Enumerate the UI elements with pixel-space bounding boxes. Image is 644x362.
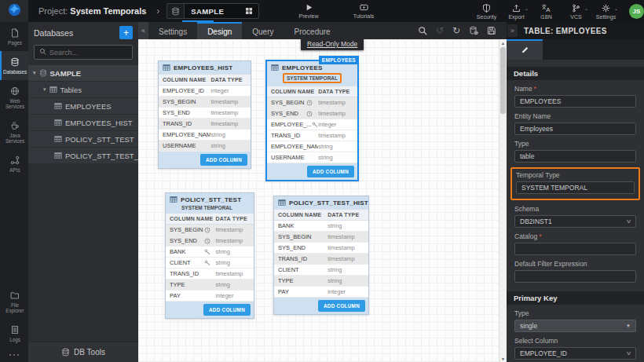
- canvas-table-card[interactable]: EMPLOYEES EMPLOYEES SYSTEM TEMPORAL COLU…: [265, 60, 359, 181]
- table-icon: [54, 135, 62, 143]
- db-tools-button[interactable]: DB Tools: [28, 342, 138, 362]
- save-icon[interactable]: [487, 26, 496, 35]
- search-box[interactable]: [34, 45, 133, 60]
- scrollbar-thumb[interactable]: [500, 47, 506, 114]
- table-column-row[interactable]: TYPE string: [274, 276, 368, 287]
- table-card-header[interactable]: POLICY_STT_TEST_HIST: [274, 196, 368, 209]
- designer-tab[interactable]: Procedure: [284, 22, 341, 39]
- canvas-table-card[interactable]: POLICY_STT_TEST_HIST COLUMN NAME DATA TY…: [273, 196, 369, 315]
- user-avatar[interactable]: JS: [629, 4, 644, 19]
- field-input[interactable]: Employees: [514, 122, 636, 135]
- field-input[interactable]: DB2INST1 ∨: [514, 215, 636, 228]
- search-icon[interactable]: [418, 26, 427, 35]
- design-canvas[interactable]: Read-Only Mode EMPLOYEES_HIST COLUMN NAM…: [138, 39, 499, 362]
- search-input[interactable]: [49, 49, 127, 57]
- table-column-row[interactable]: BANK string: [274, 221, 368, 232]
- field-input[interactable]: table: [514, 150, 636, 163]
- topbar-action-button[interactable]: Security: [474, 3, 499, 20]
- table-card-header[interactable]: EMPLOYEES_HIST: [159, 61, 251, 74]
- field-input[interactable]: [514, 243, 636, 255]
- rail-nav-item[interactable]: APIs: [0, 149, 28, 178]
- tree-database-sample[interactable]: ▾ SAMPLE: [28, 65, 138, 81]
- table-column-row[interactable]: CLIENT string: [166, 258, 254, 269]
- table-column-row[interactable]: TRANS_ID timestamp: [166, 269, 254, 280]
- table-column-row[interactable]: SYS_BEGIN timestamp: [166, 225, 254, 236]
- designer-tab[interactable]: Query: [242, 22, 284, 39]
- field-input[interactable]: EMPLOYEE_ID ∨: [514, 347, 636, 360]
- app-logo[interactable]: [0, 0, 28, 22]
- rail-nav-item[interactable]: Pages: [0, 22, 28, 51]
- table-column-row[interactable]: PAY integer: [166, 291, 254, 302]
- field-input[interactable]: EMPLOYEES: [514, 95, 636, 108]
- topbar-action-button[interactable]: A i18N: [533, 3, 559, 20]
- table-column-row[interactable]: USERNAME string: [267, 152, 357, 163]
- preview-button[interactable]: Preview: [292, 2, 325, 19]
- table-column-row[interactable]: SYS_END timestamp: [267, 108, 357, 119]
- table-column-row[interactable]: SYS_BEGIN timestamp: [267, 97, 357, 108]
- table-column-row[interactable]: SYS_BEGIN timestamp: [159, 97, 251, 108]
- rail-nav-item[interactable]: Java Services: [0, 115, 28, 149]
- table-column-row[interactable]: TRANS_ID timestamp: [267, 130, 357, 141]
- database-export-icon[interactable]: [469, 26, 478, 35]
- scroll-up-arrow[interactable]: ▲: [499, 39, 507, 46]
- scroll-down-arrow[interactable]: ▼: [499, 355, 507, 362]
- field-input[interactable]: single ▼: [514, 320, 636, 332]
- table-column-row[interactable]: EMPLOYEE_NAME string: [159, 130, 251, 141]
- add-column-button[interactable]: ADD COLUMN: [203, 304, 251, 316]
- table-column-row[interactable]: USERNAME string: [159, 141, 251, 152]
- add-column-button[interactable]: ADD COLUMN: [200, 154, 247, 166]
- table-column-row[interactable]: BANK string: [166, 247, 254, 258]
- add-database-button[interactable]: +: [119, 26, 133, 39]
- designer-tab[interactable]: Design: [197, 22, 242, 39]
- field-input[interactable]: SYSTEM TEMPORAL: [516, 181, 635, 194]
- table-column-row[interactable]: SYS_BEGIN timestamp: [274, 232, 368, 243]
- field-input[interactable]: [514, 270, 636, 283]
- topbar-action-button[interactable]: ⌄ Settings: [593, 3, 619, 20]
- table-column-row[interactable]: PAY integer: [274, 287, 368, 298]
- rail-nav-item[interactable]: Logs: [0, 319, 28, 348]
- caret-down-icon[interactable]: ▾: [43, 86, 46, 93]
- table-column-row[interactable]: EMPLOYEE_NAME string: [267, 141, 357, 152]
- collapse-panel-button[interactable]: «: [138, 22, 148, 39]
- rail-nav-item[interactable]: Databases: [0, 51, 28, 80]
- topbar-action-button[interactable]: ⌄ Export: [503, 3, 529, 20]
- designer-tab[interactable]: Settings: [148, 22, 197, 39]
- tree-table-item[interactable]: POLICY_STT_TEST_HIST: [28, 148, 138, 163]
- caret-down-icon[interactable]: ▾: [33, 70, 36, 76]
- add-column-button[interactable]: ADD COLUMN: [307, 166, 354, 177]
- table-column-row[interactable]: TYPE string: [166, 280, 254, 291]
- expand-panel-button[interactable]: »: [507, 24, 518, 37]
- table-column-row[interactable]: TRANS_ID timestamp: [274, 254, 368, 265]
- table-column-row[interactable]: EMPLOYEE_ID integer: [159, 86, 251, 97]
- topbar-action-button[interactable]: ⌄ VCS: [563, 3, 589, 20]
- table-column-row[interactable]: SYS_END timestamp: [166, 236, 254, 247]
- more-options-icon[interactable]: [0, 348, 28, 362]
- tree-table-item[interactable]: POLICY_STT_TEST: [28, 131, 138, 147]
- tree-group-tables[interactable]: ▾ Tables: [28, 82, 138, 97]
- table-card-header[interactable]: EMPLOYEES SYSTEM TEMPORAL: [267, 61, 357, 86]
- logo-icon: [8, 3, 21, 20]
- app-selector[interactable]: SAMPLE: [166, 3, 259, 19]
- canvas-table-card[interactable]: POLICY_STT_TEST SYSTEM TEMPORAL COLUMN N…: [165, 192, 254, 319]
- table-column-row[interactable]: SYS_END timestamp: [159, 108, 251, 119]
- app-tiles-icon[interactable]: [240, 7, 258, 15]
- table-column-row[interactable]: SYS_END timestamp: [274, 243, 368, 254]
- tree-table-item[interactable]: EMPLOYEES_HIST: [28, 115, 138, 130]
- table-icon: [54, 102, 62, 110]
- column-type: timestamp: [216, 226, 250, 233]
- tutorials-button[interactable]: Tutorials: [346, 2, 382, 19]
- canvas-table-card[interactable]: EMPLOYEES_HIST COLUMN NAME DATA TYPE: [158, 60, 251, 169]
- add-column-button[interactable]: ADD COLUMN: [318, 300, 365, 312]
- column-name: TYPE: [170, 281, 185, 288]
- undo-icon[interactable]: ↺: [436, 26, 444, 35]
- rail-nav-item[interactable]: File Explorer: [0, 284, 28, 319]
- table-column-row[interactable]: CLIENT string: [274, 265, 368, 276]
- table-column-row[interactable]: EMPLOYEE_... integer: [267, 119, 357, 130]
- edit-tab[interactable]: [507, 39, 543, 60]
- table-card-header[interactable]: POLICY_STT_TEST SYSTEM TEMPORAL: [166, 193, 254, 213]
- tree-table-item[interactable]: EMPLOYEES: [28, 98, 138, 114]
- table-column-row[interactable]: TRANS_ID timestamp: [159, 119, 251, 130]
- rail-nav-item[interactable]: Web Services: [0, 80, 28, 115]
- redo-icon[interactable]: ↻: [452, 26, 460, 35]
- canvas-scrollbar[interactable]: ▲ ▼: [499, 39, 507, 362]
